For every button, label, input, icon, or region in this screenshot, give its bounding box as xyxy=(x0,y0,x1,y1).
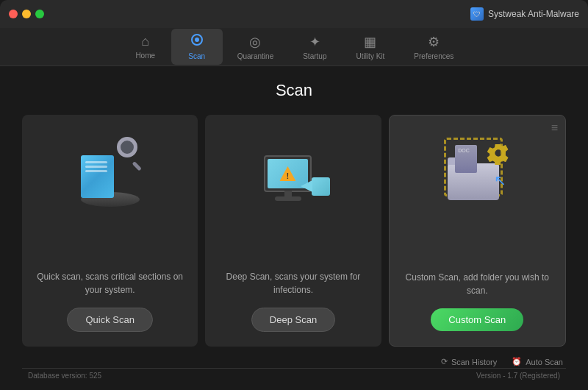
deep-scan-icon-area: ! xyxy=(249,130,337,210)
close-button[interactable] xyxy=(9,10,18,18)
cs-doc-small: DOC xyxy=(455,145,477,173)
nav-scan-label: Scan xyxy=(188,52,205,60)
quick-scan-illustration xyxy=(70,133,151,207)
utility-kit-icon: ▦ xyxy=(364,34,376,50)
preferences-icon: ⚙ xyxy=(428,34,440,50)
qs-mag-handle xyxy=(132,161,141,171)
traffic-lights xyxy=(9,10,44,18)
quick-scan-icon-area xyxy=(66,130,154,210)
deep-scan-button[interactable]: Deep Scan xyxy=(251,308,335,332)
auto-scan-icon: ⏰ xyxy=(512,357,522,366)
bottom-bar: ⟳ Scan History ⏰ Auto Scan xyxy=(22,352,566,368)
nav-home-label: Home xyxy=(135,52,155,60)
ds-mega-horn xyxy=(301,180,312,192)
quick-scan-button[interactable]: Quick Scan xyxy=(67,308,152,332)
nav-scan[interactable]: Scan xyxy=(171,29,223,65)
minimize-button[interactable] xyxy=(22,10,31,18)
custom-scan-card: ≡ DOC ↖ xyxy=(389,115,566,347)
startup-icon: ✦ xyxy=(309,34,320,50)
scan-cards-container: Quick scan, scans critical sections on y… xyxy=(22,115,566,347)
nav-startup[interactable]: ✦ Startup xyxy=(288,29,341,65)
custom-scan-icon-area: DOC ↖ xyxy=(433,130,521,211)
scan-history-action[interactable]: ⟳ Scan History xyxy=(441,357,497,366)
nav-utility-kit-label: Utility Kit xyxy=(356,52,384,60)
custom-scan-illustration: DOC ↖ xyxy=(433,130,521,211)
db-version: Database version: 525 xyxy=(28,372,101,380)
quick-scan-card: Quick scan, scans critical sections on y… xyxy=(22,115,198,347)
nav-preferences[interactable]: ⚙ Preferences xyxy=(399,29,468,65)
footer: Database version: 525 Version - 1.7 (Reg… xyxy=(22,368,566,383)
ds-base xyxy=(275,196,301,201)
bottom-actions: ⟳ Scan History ⏰ Auto Scan xyxy=(441,357,563,366)
nav-startup-label: Startup xyxy=(303,52,326,60)
brand-shield-icon: 🛡 xyxy=(470,7,484,21)
nav-quarantine[interactable]: ◎ Quarantine xyxy=(223,29,288,65)
deep-scan-card: ! Deep Scan, scans your system for infec… xyxy=(205,115,381,347)
qs-magnifier xyxy=(117,137,145,165)
cs-gear-icon xyxy=(487,141,510,165)
maximize-button[interactable] xyxy=(35,10,44,18)
custom-scan-description: Custom Scan, add folder you wish to scan… xyxy=(401,222,554,297)
scan-nav-icon xyxy=(190,33,204,50)
nav-utility-kit[interactable]: ▦ Utility Kit xyxy=(341,29,399,65)
auto-scan-label: Auto Scan xyxy=(526,358,563,366)
home-icon: ⌂ xyxy=(141,34,149,49)
custom-scan-menu-icon[interactable]: ≡ xyxy=(551,121,558,135)
scan-history-label: Scan History xyxy=(451,358,497,366)
nav-quarantine-label: Quarantine xyxy=(237,52,273,60)
app-version: Version - 1.7 (Registered) xyxy=(476,372,560,380)
cs-cursor-icon: ↖ xyxy=(494,171,506,189)
title-bar: 🛡 Systweak Anti-Malware xyxy=(0,0,588,28)
quarantine-icon: ◎ xyxy=(249,34,261,50)
main-content: Scan Quick scan, scans critical sections… xyxy=(0,66,588,390)
brand-label: Systweak Anti-Malware xyxy=(488,9,579,19)
qs-document xyxy=(81,155,114,198)
ds-megaphone xyxy=(301,170,330,196)
page-title: Scan xyxy=(22,81,566,100)
nav-preferences-label: Preferences xyxy=(414,52,453,60)
scan-history-icon: ⟳ xyxy=(441,357,448,366)
custom-scan-button[interactable]: Custom Scan xyxy=(431,308,523,331)
nav-home[interactable]: ⌂ Home xyxy=(120,29,171,64)
quick-scan-description: Quick scan, scans critical sections on y… xyxy=(33,221,187,297)
deep-scan-description: Deep Scan, scans your system for infecti… xyxy=(216,221,370,297)
svg-point-1 xyxy=(195,38,199,42)
nav-bar: ⌂ Home Scan ◎ Quarantine ✦ Startup ▦ Uti… xyxy=(0,28,588,66)
ds-mega-body xyxy=(312,177,330,196)
auto-scan-action[interactable]: ⏰ Auto Scan xyxy=(512,357,563,366)
brand: 🛡 Systweak Anti-Malware xyxy=(470,7,579,21)
deep-scan-illustration: ! xyxy=(253,133,334,207)
qs-mag-circle xyxy=(117,137,137,157)
